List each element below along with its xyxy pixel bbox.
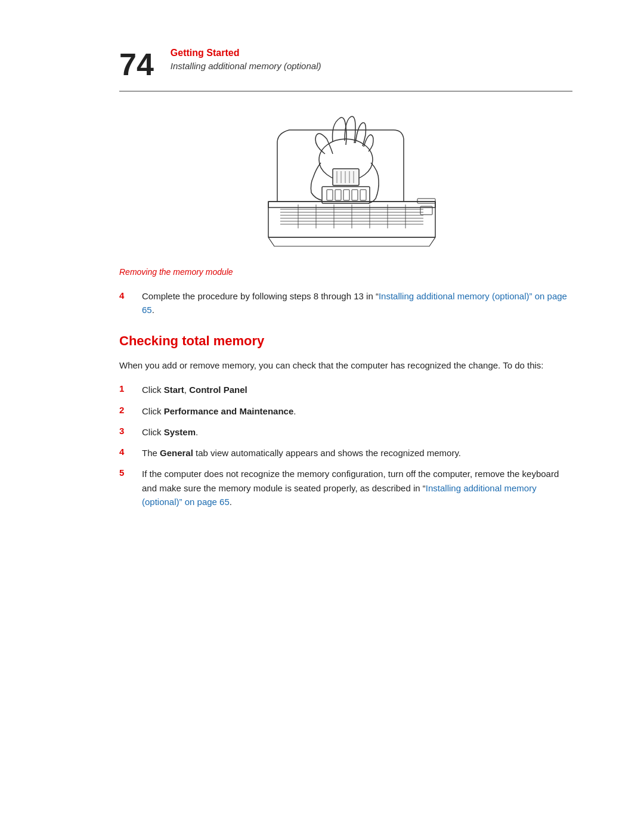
page-header: 74 Getting Started Installing additional… bbox=[119, 48, 572, 80]
step-4: 4 The General tab view automatically app… bbox=[119, 446, 572, 460]
header-divider bbox=[119, 91, 572, 92]
svg-rect-19 bbox=[352, 190, 358, 200]
image-caption: Removing the memory module bbox=[119, 267, 572, 277]
step-1-number: 1 bbox=[119, 383, 136, 394]
installing-memory-link-1[interactable]: Installing additional memory (optional)”… bbox=[142, 291, 567, 315]
svg-rect-28 bbox=[417, 199, 435, 203]
step-5-content: If the computer does not recognize the m… bbox=[142, 467, 572, 509]
chapter-title: Getting Started bbox=[171, 48, 321, 58]
memory-module-illustration bbox=[244, 106, 447, 261]
pre-section-step4: 4 Complete the procedure by following st… bbox=[119, 290, 572, 317]
illustration-container bbox=[119, 106, 572, 261]
step-2-content: Click Performance and Maintenance. bbox=[142, 404, 296, 418]
step-4-content: The General tab view automatically appea… bbox=[142, 446, 461, 460]
step-4-number: 4 bbox=[119, 446, 136, 457]
svg-rect-16 bbox=[327, 190, 333, 200]
installing-memory-link-2[interactable]: Installing additional memory (optional)”… bbox=[142, 483, 537, 507]
step-3-content: Click System. bbox=[142, 425, 198, 439]
svg-rect-20 bbox=[360, 190, 366, 200]
steps-list: 1 Click Start, Control Panel 2 Click Per… bbox=[119, 383, 572, 509]
header-text: Getting Started Installing additional me… bbox=[171, 48, 321, 71]
section-heading: Checking total memory bbox=[119, 333, 572, 349]
section-intro: When you add or remove memory, you can c… bbox=[119, 358, 572, 372]
step-3: 3 Click System. bbox=[119, 425, 572, 439]
step-3-number: 3 bbox=[119, 425, 136, 436]
svg-rect-15 bbox=[322, 187, 370, 203]
svg-rect-18 bbox=[343, 190, 349, 200]
step-2-number: 2 bbox=[119, 404, 136, 415]
step-5-number: 5 bbox=[119, 467, 136, 478]
page: 74 Getting Started Installing additional… bbox=[0, 0, 644, 833]
step-2: 2 Click Performance and Maintenance. bbox=[119, 404, 572, 418]
step-1: 1 Click Start, Control Panel bbox=[119, 383, 572, 397]
step-1-content: Click Start, Control Panel bbox=[142, 383, 247, 397]
pre-step-text: Complete the procedure by following step… bbox=[142, 290, 572, 317]
page-number: 74 bbox=[119, 49, 154, 80]
pre-step-number: 4 bbox=[119, 290, 136, 301]
page-subtitle: Installing additional memory (optional) bbox=[171, 61, 321, 71]
svg-rect-22 bbox=[333, 169, 359, 185]
svg-rect-17 bbox=[335, 190, 341, 200]
step-5: 5 If the computer does not recognize the… bbox=[119, 467, 572, 509]
